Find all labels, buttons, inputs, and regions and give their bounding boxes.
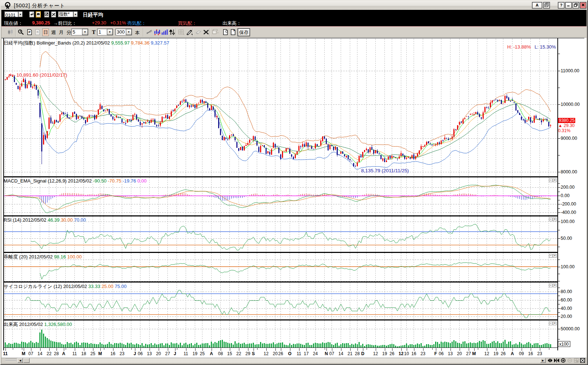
period-weekly-button[interactable]: 週 [50, 28, 57, 36]
svg-text:11: 11 [183, 351, 188, 356]
pane-minimize-button-psy[interactable]: − [549, 284, 553, 287]
page-p-icon[interactable]: P [26, 28, 34, 36]
high-low-indicator: H: -13.88%L: 15.30% [507, 44, 556, 50]
text-tool-button[interactable]: T [91, 28, 97, 36]
psy-value: 33.33 [88, 284, 100, 289]
minute-value-dropdown[interactable]: ▼ [82, 29, 88, 35]
legend-kairi-title: 乖離度 (20) 2012/05/02 [4, 254, 53, 260]
svg-text:N: N [325, 351, 328, 356]
pencil-tool-icon[interactable] [185, 28, 193, 36]
legend-kairi: 乖離度 (20) 2012/05/02 98.16 100.00 [4, 254, 82, 260]
svg-text:17: 17 [304, 351, 309, 356]
zoom-icon[interactable] [17, 28, 25, 36]
delete-icon[interactable] [202, 28, 210, 36]
chart-toolbar: PR日週月分▼T▼▼本P保存 [1, 27, 587, 38]
price-diff-pct: +0.31% [110, 20, 126, 26]
scrollbar-track[interactable] [30, 358, 540, 363]
save-button[interactable]: 保存 [238, 28, 250, 36]
svg-text:P: P [233, 29, 235, 32]
pane-close-button-macd[interactable]: × [553, 178, 557, 182]
scroll-left-button[interactable]: ◀ [18, 358, 23, 363]
svg-text:15: 15 [227, 351, 232, 356]
svg-text:50000.00: 50000.00 [561, 326, 580, 331]
pane-minimize-button-kairi[interactable]: − [549, 254, 553, 258]
minimize-button[interactable] [565, 2, 572, 8]
macd-signal-value: -70.75 [108, 178, 121, 184]
pane-minimize-button-macd[interactable]: − [549, 178, 553, 182]
window-title: [5002] 分析チャート [14, 3, 65, 9]
macd-zero-value: 0.00 [138, 178, 147, 184]
page-r-icon[interactable]: R [34, 28, 42, 36]
svg-text:26: 26 [501, 351, 506, 356]
scroll-right-button[interactable]: ▶ [540, 358, 546, 363]
grid-tool-icon[interactable] [177, 28, 185, 36]
svg-text:22: 22 [47, 351, 52, 356]
zoom-out-button[interactable] [567, 358, 573, 363]
count-value-dropdown[interactable]: ▼ [126, 29, 132, 35]
svg-text:24: 24 [313, 351, 318, 356]
category-dropdown[interactable]: ▼ [73, 11, 78, 17]
chart-canvas[interactable]: 11000.0010000.009000.008000.00200.000.00… [1, 38, 588, 358]
svg-text:06: 06 [138, 351, 143, 356]
page-property-icon[interactable]: P [229, 28, 237, 36]
period-monthly-button[interactable]: 月 [58, 28, 65, 36]
svg-text:23: 23 [120, 351, 125, 356]
expand-bars-button[interactable] [547, 358, 553, 363]
title-bar[interactable]: [5002] 分析チャート A ? [1, 1, 587, 10]
restore-button[interactable] [573, 2, 579, 8]
toolbar-separator [143, 28, 144, 36]
legend-macd-title: MACD_EMA_Signal (12,26,9) 2012/05/02 [4, 178, 92, 184]
svg-text:10: 10 [404, 351, 409, 356]
candlestick-icon[interactable] [7, 28, 15, 36]
pane-close-button-kairi[interactable]: × [553, 254, 557, 258]
pane-close-button-rsi[interactable]: × [553, 218, 557, 221]
collapse-bars-button[interactable] [554, 358, 560, 363]
search-button[interactable] [36, 11, 41, 18]
svg-text:16: 16 [111, 351, 116, 356]
symbol-code-input[interactable] [5, 13, 18, 18]
legend-main: 日経平均(指数) Bollinger_Bands (20,2) 2012/05/… [4, 40, 169, 46]
compare-chart-icon[interactable] [153, 28, 161, 36]
no-draw-button[interactable] [51, 11, 56, 18]
scrollbar-thumb[interactable] [23, 358, 30, 363]
toolbar-separator [193, 28, 193, 36]
eraser-icon[interactable] [194, 28, 202, 36]
svg-text:9000.00: 9000.00 [561, 136, 577, 141]
period-daily-button[interactable]: 日 [42, 28, 49, 36]
bb-lower-value: 9,327.57 [151, 40, 169, 46]
svg-text:A: A [62, 351, 65, 356]
register-button[interactable] [44, 11, 49, 18]
scrollbar-grip[interactable] [4, 358, 18, 363]
zoom-in-button[interactable] [560, 358, 566, 363]
pane-close-button-vol[interactable]: × [553, 322, 557, 325]
copy-window-button[interactable] [543, 2, 550, 8]
close-button[interactable] [580, 2, 586, 8]
from-value-dropdown[interactable]: ▼ [107, 29, 113, 35]
legend-volume: 出来高 2012/05/02 1,326,580.00 [4, 321, 72, 328]
pane-minimize-button-rsi[interactable]: − [549, 218, 553, 221]
new-page-icon[interactable] [221, 28, 229, 36]
category-value[interactable]: 指数* [58, 12, 73, 17]
sort-arrows-icon[interactable] [168, 28, 176, 36]
svg-text:0.00: 0.00 [561, 193, 569, 198]
svg-text:20: 20 [273, 351, 278, 356]
help-button[interactable]: ? [558, 2, 564, 8]
draw-line-icon[interactable] [145, 28, 153, 36]
svg-text:F: F [434, 351, 437, 356]
svg-text:13: 13 [448, 351, 453, 356]
pane-close-button-psy[interactable]: × [553, 284, 557, 287]
enter-button[interactable] [29, 11, 34, 18]
svg-text:07: 07 [28, 351, 34, 356]
symbol-code-dropdown[interactable]: ▼ [18, 11, 23, 17]
svg-text:P: P [28, 31, 31, 34]
pane-minimize-button-vol[interactable]: − [549, 322, 553, 325]
svg-text:M: M [472, 351, 476, 356]
volume-chart-icon[interactable] [160, 28, 169, 36]
layout-icon[interactable] [211, 28, 219, 36]
svg-text:12: 12 [264, 351, 269, 356]
font-button[interactable]: A [532, 2, 542, 8]
price-diff-value: +29.30 [92, 20, 106, 26]
grid-view-button[interactable] [573, 358, 579, 363]
close-chart-button[interactable] [580, 358, 585, 363]
category-box: 指数* [58, 11, 73, 17]
